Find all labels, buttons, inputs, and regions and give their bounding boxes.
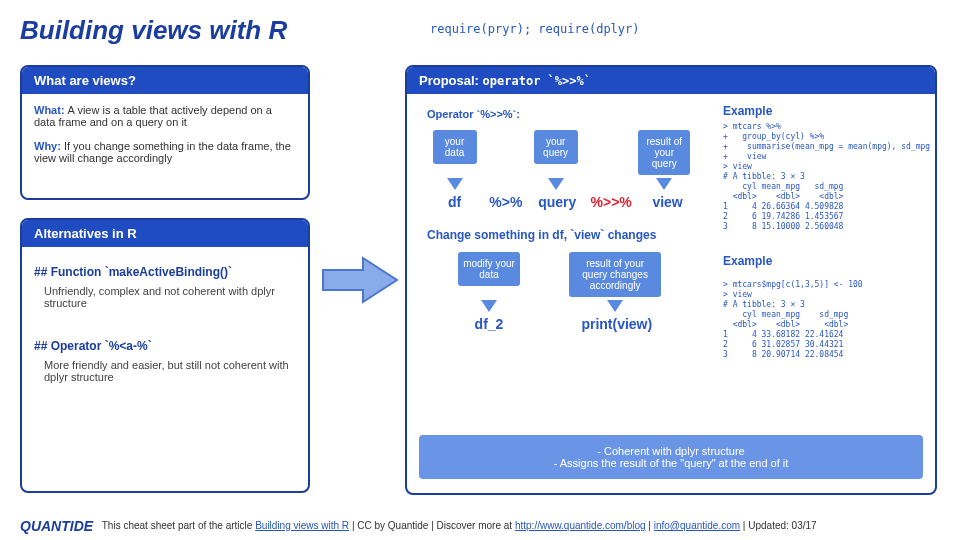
footer-text: This cheat sheet part of the article (102, 520, 255, 531)
link-blog[interactable]: http://www.quantide.com/blog (515, 520, 646, 531)
token-df2: df_2 (449, 316, 529, 332)
link-article[interactable]: Building views with R (255, 520, 349, 531)
panel-alternatives: Alternatives in R ## Function `makeActiv… (20, 218, 310, 493)
alt2-heading: ## Operator `%<a-%` (34, 339, 296, 353)
change-text: Change something in df, `view` changes (427, 228, 717, 242)
panel-heading: Alternatives in R (22, 220, 308, 247)
footer-highlights: - Coherent with dplyr structure - Assign… (419, 435, 923, 479)
foot-line2: - Assigns the result of the "query" at t… (429, 457, 913, 469)
link-email[interactable]: info@quantide.com (654, 520, 740, 531)
box-modify: modify your data (458, 252, 520, 286)
bottom-bar: QUANTIDE This cheat sheet part of the ar… (20, 518, 945, 534)
token-viewpipe: %>>% (589, 194, 634, 210)
alt1-body: Unfriendly, complex and not coherent wit… (44, 285, 296, 309)
why-text: If you change something in the data fram… (34, 140, 291, 164)
example-code-2: > mtcars$mpg[c(1,3,5)] <- 100 > view # A… (723, 280, 918, 360)
logo: QUANTIDE (20, 518, 93, 534)
op-code: operator `%>>%` (483, 74, 591, 88)
box-result2: result of your query changes accordingly (569, 252, 661, 297)
flow-diagram-1: your data your query result of your quer… (427, 130, 717, 210)
panel-proposal: Proposal: operator `%>>%` Operator `%>>%… (405, 65, 937, 495)
what-label: What: (34, 104, 68, 116)
token-df: df (427, 194, 482, 210)
example-code-1: > mtcars %>% + group_by(cyl) %>% + summa… (723, 122, 918, 232)
token-print: print(view) (567, 316, 667, 332)
why-label: Why: (34, 140, 64, 152)
header-code: require(pryr); require(dplyr) (430, 22, 640, 36)
svg-marker-0 (323, 258, 397, 302)
what-text: A view is a table that actively depend o… (34, 104, 272, 128)
arrow-icon (320, 255, 400, 305)
box-data: your data (433, 130, 477, 164)
page-title: Building views with R (20, 15, 287, 46)
panel-heading: What are views? (22, 67, 308, 94)
example-heading: Example (723, 254, 918, 268)
flow-diagram-2: modify your data result of your query ch… (449, 252, 717, 332)
footer-text: | Updated: 03/17 (743, 520, 817, 531)
alt1-heading: ## Function `makeActiveBinding()` (34, 265, 296, 279)
example-heading: Example (723, 104, 918, 118)
panel-what-are-views: What are views? What: A view is a table … (20, 65, 310, 200)
box-result: result of your query (638, 130, 690, 175)
panel-heading: Proposal: operator `%>>%` (407, 67, 935, 94)
footer-text: | CC by Quantide | Discover more at (352, 520, 515, 531)
box-query: your query (534, 130, 578, 164)
token-query: query (530, 194, 585, 210)
foot-line1: - Coherent with dplyr structure (429, 445, 913, 457)
alt2-body: More friendly and easier, but still not … (44, 359, 296, 383)
token-view: view (638, 194, 698, 210)
operator-title: Operator `%>>%`: (427, 108, 717, 120)
token-pipe: %>% (486, 194, 526, 210)
